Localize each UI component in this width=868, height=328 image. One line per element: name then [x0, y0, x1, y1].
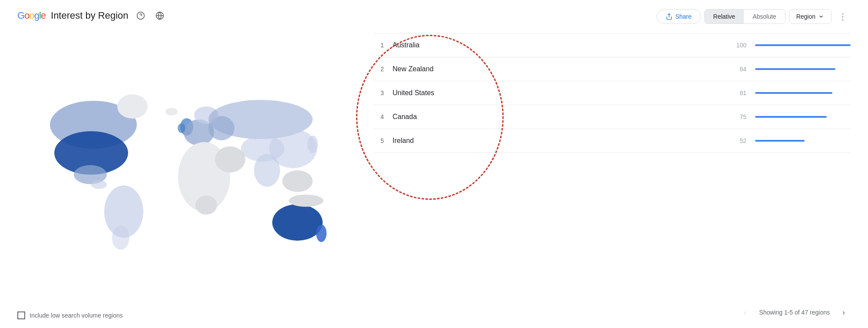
panel-header: Google Interest by Region: [17, 9, 347, 23]
view-toggle-group: Relative Absolute: [704, 9, 785, 24]
svg-point-29: [178, 123, 185, 133]
svg-point-27: [289, 195, 323, 207]
row-bar: [755, 92, 832, 94]
checkbox-row: Include low search volume regions: [17, 311, 347, 319]
row-rank: 2: [373, 66, 384, 73]
globe-button[interactable]: [153, 9, 167, 23]
row-name: Australia: [393, 41, 722, 49]
right-panel: Share Relative Absolute Region ⋮ 1 Austr…: [347, 9, 851, 319]
row-bar-container: [755, 44, 851, 46]
table-row: 4 Canada 75: [373, 105, 851, 129]
row-bar: [755, 116, 827, 118]
google-logo: Google: [17, 10, 46, 21]
region-dropdown[interactable]: Region: [789, 9, 832, 24]
table-row: 2 New Zealand 84: [373, 57, 851, 81]
prev-page-button[interactable]: ‹: [738, 305, 752, 319]
svg-point-10: [112, 225, 129, 250]
table-row: 5 Ireland 52: [373, 129, 851, 153]
table-row: 1 Australia 100: [373, 33, 851, 57]
row-value: 75: [731, 113, 746, 120]
row-bar-container: [755, 68, 851, 70]
world-map: [26, 77, 339, 259]
data-table: 1 Australia 100 2 New Zealand 84 3 Unite…: [373, 33, 851, 298]
row-rank: 4: [373, 113, 384, 120]
row-bar-container: [755, 140, 851, 142]
next-page-button[interactable]: ›: [837, 305, 851, 319]
row-bar-container: [755, 116, 851, 118]
svg-point-19: [215, 146, 245, 172]
svg-point-8: [91, 180, 107, 189]
share-button[interactable]: Share: [657, 9, 700, 24]
share-label: Share: [675, 13, 691, 20]
help-button[interactable]: [134, 9, 148, 23]
share-icon: [666, 13, 673, 20]
row-bar: [755, 68, 835, 70]
page-title: Interest by Region: [51, 10, 129, 21]
svg-point-18: [195, 195, 217, 215]
svg-point-26: [316, 225, 327, 242]
left-panel: Google Interest by Region: [17, 9, 347, 319]
checkbox-label: Include low search volume regions: [30, 312, 123, 319]
row-name: New Zealand: [393, 65, 722, 73]
row-bar: [755, 140, 805, 142]
low-volume-checkbox[interactable]: [17, 311, 25, 319]
map-container: [17, 31, 347, 305]
row-rank: 1: [373, 42, 384, 49]
row-value: 100: [731, 42, 746, 49]
row-bar-container: [755, 92, 851, 94]
row-rank: 5: [373, 137, 384, 144]
svg-point-24: [307, 136, 318, 153]
svg-point-11: [117, 94, 148, 119]
relative-toggle[interactable]: Relative: [705, 10, 744, 23]
row-name: Ireland: [393, 137, 722, 145]
row-value: 84: [731, 66, 746, 73]
row-name: Canada: [393, 113, 722, 121]
pagination: ‹ Showing 1-5 of 47 regions ›: [373, 298, 851, 319]
svg-point-23: [282, 170, 313, 192]
chevron-down-icon: [818, 13, 824, 20]
absolute-toggle[interactable]: Absolute: [744, 10, 785, 23]
svg-point-28: [165, 108, 178, 116]
right-header: Share Relative Absolute Region ⋮: [373, 9, 851, 24]
more-options-button[interactable]: ⋮: [835, 9, 851, 24]
row-name: United States: [393, 89, 722, 97]
region-label: Region: [796, 13, 815, 20]
row-value: 52: [731, 137, 746, 144]
row-value: 81: [731, 89, 746, 96]
row-bar: [755, 44, 851, 46]
pagination-text: Showing 1-5 of 47 regions: [759, 309, 830, 316]
row-rank: 3: [373, 89, 384, 96]
svg-point-25: [272, 204, 323, 241]
table-row: 3 United States 81: [373, 81, 851, 105]
